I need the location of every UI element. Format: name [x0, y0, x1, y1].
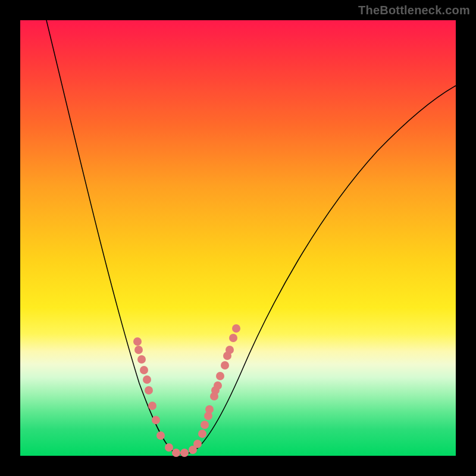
marker-dot [137, 355, 146, 364]
marker-dot [226, 346, 234, 354]
marker-dot [214, 381, 222, 390]
marker-dot [229, 334, 237, 342]
watermark-text: TheBottleneck.com [358, 4, 470, 17]
marker-dot [156, 431, 165, 440]
marker-dot [232, 324, 240, 333]
plot-area [20, 20, 456, 456]
bottleneck-curve [46, 20, 456, 454]
marker-dot [152, 416, 160, 424]
chart-frame: TheBottleneck.com [0, 0, 476, 476]
marker-dot [148, 402, 156, 410]
marker-group [133, 324, 240, 457]
marker-dot [205, 405, 214, 414]
marker-dot [140, 366, 148, 374]
marker-dot [216, 372, 224, 380]
curve-svg [20, 20, 456, 456]
marker-dot [180, 449, 189, 457]
marker-dot [133, 337, 142, 346]
marker-dot [145, 386, 153, 394]
marker-dot [143, 375, 151, 384]
marker-dot [134, 346, 143, 354]
marker-dot [201, 421, 209, 429]
marker-dot [165, 443, 173, 452]
marker-dot [221, 361, 229, 369]
marker-dot [193, 440, 202, 448]
marker-dot [172, 449, 180, 457]
marker-dot [198, 430, 206, 438]
